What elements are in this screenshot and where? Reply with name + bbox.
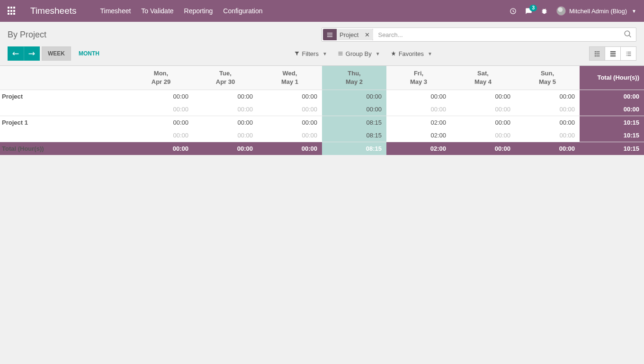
time-cell[interactable]: 00:00 <box>193 116 258 129</box>
search-facet-project: Project ✕ <box>323 29 373 40</box>
chip-remove[interactable]: ✕ <box>361 29 373 40</box>
brand-title: Timesheets <box>30 6 77 16</box>
time-subcell[interactable]: 00:00 <box>580 103 644 116</box>
groupby-label: Group By <box>346 50 372 57</box>
activities-icon[interactable] <box>510 8 517 15</box>
grand-total-cell: 10:15 <box>580 142 644 155</box>
time-subcell[interactable]: 00:00 <box>258 103 322 116</box>
grid-header-total: Total (Hour(s)) <box>580 66 644 90</box>
view-table-button[interactable] <box>605 46 621 61</box>
grid-header-day: Fri,May 3 <box>386 66 451 90</box>
project-subrow: 00:0000:0000:0008:1502:0000:0000:0010:15 <box>0 129 644 142</box>
timesheet-grid: Mon,Apr 29Tue,Apr 30Wed,May 1Thu,May 2Fr… <box>0 66 644 155</box>
apps-icon[interactable] <box>8 7 16 15</box>
project-subname <box>0 103 129 116</box>
list-icon <box>323 29 337 40</box>
chip-label: Project <box>337 29 361 40</box>
time-subcell[interactable]: 00:00 <box>515 129 580 142</box>
time-cell[interactable]: 00:00 <box>322 90 386 103</box>
time-subcell[interactable]: 00:00 <box>129 129 193 142</box>
time-subcell[interactable]: 00:00 <box>129 103 193 116</box>
nav-timesheet[interactable]: Timesheet <box>99 5 132 17</box>
time-cell[interactable]: 00:00 <box>451 116 515 129</box>
page-title: By Project <box>8 30 46 40</box>
time-cell[interactable]: 00:00 <box>129 116 193 129</box>
view-list-button[interactable] <box>620 46 636 61</box>
discuss-badge: 3 <box>529 5 537 11</box>
caret-down-icon: ▼ <box>632 9 636 14</box>
project-row: Project 100:0000:0000:0008:1502:0000:000… <box>0 116 644 129</box>
user-name: Mitchell Admin (Blog) <box>569 8 627 15</box>
grid-header-day: Sun,May 5 <box>515 66 580 90</box>
grand-total-cell: 00:00 <box>193 142 258 155</box>
search-icon[interactable] <box>624 30 632 40</box>
time-subcell[interactable]: 08:15 <box>322 129 386 142</box>
time-cell[interactable]: 08:15 <box>322 116 386 129</box>
time-cell[interactable]: 00:00 <box>580 90 644 103</box>
project-name[interactable]: Project 1 <box>0 116 129 129</box>
grid-header-day: Tue,Apr 30 <box>193 66 258 90</box>
search-box[interactable]: Project ✕ <box>322 27 636 42</box>
project-subname <box>0 129 129 142</box>
grand-total-cell: 00:00 <box>129 142 193 155</box>
search-input[interactable] <box>375 29 636 40</box>
avatar <box>556 6 566 16</box>
grid-header-day: Sat,May 4 <box>451 66 515 90</box>
range-month-button[interactable]: MONTH <box>73 46 105 61</box>
project-subrow: 00:0000:0000:0000:0000:0000:0000:0000:00 <box>0 103 644 116</box>
favorites-label: Favorites <box>399 50 424 57</box>
time-cell[interactable]: 00:00 <box>515 90 580 103</box>
grand-total-cell: 00:00 <box>258 142 322 155</box>
grid-header-name <box>0 66 129 90</box>
grid-header-day: Wed,May 1 <box>258 66 322 90</box>
debug-icon[interactable] <box>541 8 548 15</box>
nav-reporting[interactable]: Reporting <box>183 5 214 17</box>
time-subcell[interactable]: 02:00 <box>386 129 451 142</box>
time-subcell[interactable]: 00:00 <box>193 103 258 116</box>
time-subcell[interactable]: 00:00 <box>451 103 515 116</box>
project-row: Project00:0000:0000:0000:0000:0000:0000:… <box>0 90 644 103</box>
time-subcell[interactable]: 00:00 <box>386 103 451 116</box>
user-menu[interactable]: Mitchell Admin (Blog) ▼ <box>556 6 636 16</box>
time-cell[interactable]: 00:00 <box>258 90 322 103</box>
filters-label: Filters <box>302 50 319 57</box>
project-name[interactable]: Project <box>0 90 129 103</box>
time-cell[interactable]: 00:00 <box>386 90 451 103</box>
groupby-button[interactable]: Group By ▼ <box>333 48 385 60</box>
grid-header-day: Thu,May 2 <box>322 66 386 90</box>
discuss-icon[interactable]: 3 <box>525 8 532 15</box>
time-subcell[interactable]: 00:00 <box>258 129 322 142</box>
prev-button[interactable]: 🡐 <box>8 46 24 61</box>
time-cell[interactable]: 10:15 <box>580 116 644 129</box>
filters-button[interactable]: Filters ▼ <box>289 48 332 60</box>
time-cell[interactable]: 00:00 <box>193 90 258 103</box>
view-grid-button[interactable] <box>589 46 605 61</box>
favorites-button[interactable]: Favorites ▼ <box>386 48 437 60</box>
nav-to-validate[interactable]: To Validate <box>140 5 174 17</box>
range-week-button[interactable]: WEEK <box>42 46 71 61</box>
control-panel: By Project Project ✕ 🡐 🡒 WEEK <box>0 22 644 66</box>
next-button[interactable]: 🡒 <box>24 46 40 61</box>
time-cell[interactable]: 00:00 <box>451 90 515 103</box>
grand-total-label: Total (Hour(s)) <box>0 142 129 155</box>
time-subcell[interactable]: 00:00 <box>451 129 515 142</box>
time-cell[interactable]: 00:00 <box>515 116 580 129</box>
time-subcell[interactable]: 10:15 <box>580 129 644 142</box>
grand-total-cell: 00:00 <box>451 142 515 155</box>
nav-configuration[interactable]: Configuration <box>222 5 263 17</box>
time-subcell[interactable]: 00:00 <box>322 103 386 116</box>
time-cell[interactable]: 02:00 <box>386 116 451 129</box>
time-subcell[interactable]: 00:00 <box>193 129 258 142</box>
time-cell[interactable]: 00:00 <box>129 90 193 103</box>
grand-total-cell: 00:00 <box>515 142 580 155</box>
grand-total-cell: 08:15 <box>322 142 386 155</box>
time-subcell[interactable]: 00:00 <box>515 103 580 116</box>
grand-total-row: Total (Hour(s))00:0000:0000:0008:1502:00… <box>0 142 644 155</box>
top-navbar: Timesheets Timesheet To Validate Reporti… <box>0 0 644 22</box>
grand-total-cell: 02:00 <box>386 142 451 155</box>
grid-header-day: Mon,Apr 29 <box>129 66 193 90</box>
time-cell[interactable]: 00:00 <box>258 116 322 129</box>
